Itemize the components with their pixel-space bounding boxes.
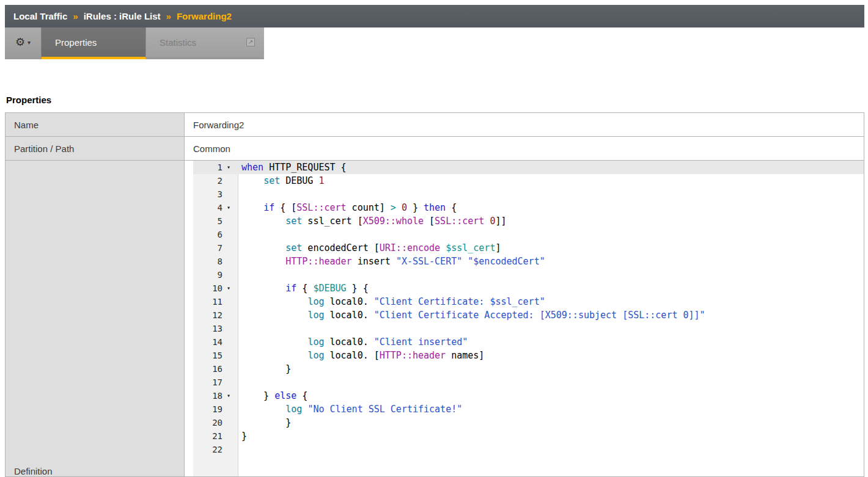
- code-line[interactable]: 14 log local0. "Client inserted": [193, 335, 864, 349]
- code-line[interactable]: 6: [193, 228, 864, 241]
- fold-arrow-icon[interactable]: ▾: [223, 201, 235, 214]
- table-row: Definition 1▾when HTTP_REQUEST {2 set DE…: [6, 161, 864, 477]
- code-line[interactable]: 22: [193, 443, 864, 456]
- line-number: 22: [193, 443, 223, 456]
- line-number: 18: [193, 389, 223, 402]
- code-line[interactable]: 15 log local0. [HTTP::header names]: [193, 349, 864, 362]
- line-gutter: 6: [193, 228, 238, 241]
- fold-arrow-icon[interactable]: ▾: [223, 282, 235, 295]
- line-number: 20: [193, 416, 223, 429]
- code-line[interactable]: 2 set DEBUG 1: [193, 174, 864, 188]
- line-gutter: 10▾: [193, 282, 238, 295]
- line-number: 10: [193, 282, 223, 295]
- breadcrumb-path-link[interactable]: iRules : iRule List: [84, 11, 161, 21]
- code-text: set encodedCert [URI::encode $ssl_cert]: [238, 241, 501, 255]
- code-line[interactable]: 17: [193, 376, 864, 389]
- breadcrumb-current-item: Forwarding2: [177, 11, 232, 21]
- line-gutter: 2: [193, 174, 238, 188]
- line-number: 2: [193, 174, 223, 188]
- code-text: log local0. [HTTP::header names]: [238, 349, 484, 362]
- line-gutter: 22: [193, 443, 238, 456]
- code-line[interactable]: 4▾ if { [SSL::cert count] > 0 } then {: [193, 201, 864, 214]
- code-line[interactable]: 12 log local0. "Client Certificate Accep…: [193, 308, 864, 322]
- tab-statistics[interactable]: Statistics ↗: [146, 27, 263, 59]
- line-number: 13: [193, 322, 223, 335]
- code-text: } else {: [238, 389, 307, 402]
- line-number: 5: [193, 214, 223, 228]
- code-editor[interactable]: 1▾when HTTP_REQUEST {2 set DEBUG 134▾ if…: [193, 161, 864, 476]
- line-number: 21: [193, 429, 223, 443]
- code-text: if { [SSL::cert count] > 0 } then {: [238, 201, 457, 214]
- code-line[interactable]: 8 HTTP::header insert "X-SSL-CERT" "$enc…: [193, 255, 864, 268]
- code-text: if { $DEBUG } {: [238, 282, 369, 295]
- code-line[interactable]: 9: [193, 268, 864, 282]
- line-gutter: 9: [193, 268, 238, 282]
- code-line[interactable]: 7 set encodedCert [URI::encode $ssl_cert…: [193, 241, 864, 255]
- line-gutter: 16: [193, 362, 238, 376]
- line-number: 6: [193, 228, 223, 241]
- gear-icon: ⚙: [15, 37, 25, 48]
- code-line[interactable]: 20 }: [193, 416, 864, 429]
- line-number: 9: [193, 268, 223, 282]
- code-text: }: [238, 429, 247, 443]
- line-gutter: 15: [193, 349, 238, 362]
- line-number: 1: [193, 161, 223, 174]
- line-gutter: 8: [193, 255, 238, 268]
- name-label: Name: [6, 113, 185, 137]
- breadcrumb-section-link[interactable]: Local Traffic: [13, 11, 67, 21]
- line-gutter: 21: [193, 429, 238, 443]
- tab-properties-label: Properties: [55, 37, 97, 48]
- tab-properties[interactable]: Properties: [42, 27, 146, 59]
- code-line[interactable]: 3: [193, 188, 864, 201]
- line-gutter: 19: [193, 402, 238, 416]
- line-gutter: 4▾: [193, 201, 238, 214]
- line-gutter: 1▾: [193, 161, 238, 174]
- line-number: 15: [193, 349, 223, 362]
- fold-arrow-icon[interactable]: ▾: [223, 161, 235, 174]
- line-gutter: 3: [193, 188, 238, 201]
- properties-table: Name Forwarding2 Partition / Path Common…: [5, 112, 864, 477]
- line-number: 14: [193, 335, 223, 349]
- code-text: HTTP::header insert "X-SSL-CERT" "$encod…: [238, 255, 545, 268]
- tab-statistics-label: Statistics: [160, 37, 196, 48]
- code-text: set DEBUG 1: [238, 174, 324, 188]
- chevron-down-icon: ▾: [28, 39, 31, 46]
- line-number: 12: [193, 308, 223, 322]
- fold-arrow-icon[interactable]: ▾: [223, 389, 235, 402]
- partition-path-label: Partition / Path: [6, 137, 185, 161]
- name-value: Forwarding2: [185, 113, 864, 137]
- code-line[interactable]: 19 log "No Client SSL Certificate!": [193, 402, 864, 416]
- line-gutter: 18▾: [193, 389, 238, 402]
- external-link-icon: ↗: [246, 38, 255, 46]
- gear-menu-button[interactable]: ⚙ ▾: [5, 27, 42, 59]
- code-text: log local0. "Client inserted": [238, 335, 468, 349]
- code-text: set ssl_cert [X509::whole [SSL::cert 0]]: [238, 214, 507, 228]
- code-line[interactable]: 13: [193, 322, 864, 335]
- code-text: log "No Client SSL Certificate!": [238, 402, 462, 416]
- code-line[interactable]: 16 }: [193, 362, 864, 376]
- table-row: Name Forwarding2: [6, 113, 864, 137]
- line-number: 4: [193, 201, 223, 214]
- code-line[interactable]: 11 log local0. "Client Certificate: $ssl…: [193, 295, 864, 308]
- partition-path-value: Common: [185, 137, 864, 161]
- code-line[interactable]: 10▾ if { $DEBUG } {: [193, 282, 864, 295]
- table-row: Partition / Path Common: [6, 137, 864, 161]
- definition-cell: 1▾when HTTP_REQUEST {2 set DEBUG 134▾ if…: [185, 161, 864, 477]
- breadcrumb-separator-icon: »: [166, 11, 171, 21]
- code-line[interactable]: 5 set ssl_cert [X509::whole [SSL::cert 0…: [193, 214, 864, 228]
- code-text: when HTTP_REQUEST {: [238, 161, 347, 174]
- line-number: 11: [193, 295, 223, 308]
- code-text: log local0. "Client Certificate Accepted…: [238, 308, 705, 322]
- breadcrumb-separator-icon: »: [73, 11, 78, 21]
- line-gutter: 17: [193, 376, 238, 389]
- breadcrumb: Local Traffic » iRules : iRule List » Fo…: [5, 5, 864, 27]
- code-line[interactable]: 1▾when HTTP_REQUEST {: [193, 161, 864, 174]
- line-number: 7: [193, 241, 223, 255]
- code-line[interactable]: 21}: [193, 429, 864, 443]
- page-title: Properties: [6, 95, 864, 105]
- line-gutter: 5: [193, 214, 238, 228]
- line-number: 3: [193, 188, 223, 201]
- line-gutter: 14: [193, 335, 238, 349]
- bigip-irule-page: Local Traffic » iRules : iRule List » Fo…: [0, 0, 868, 477]
- code-line[interactable]: 18▾ } else {: [193, 389, 864, 402]
